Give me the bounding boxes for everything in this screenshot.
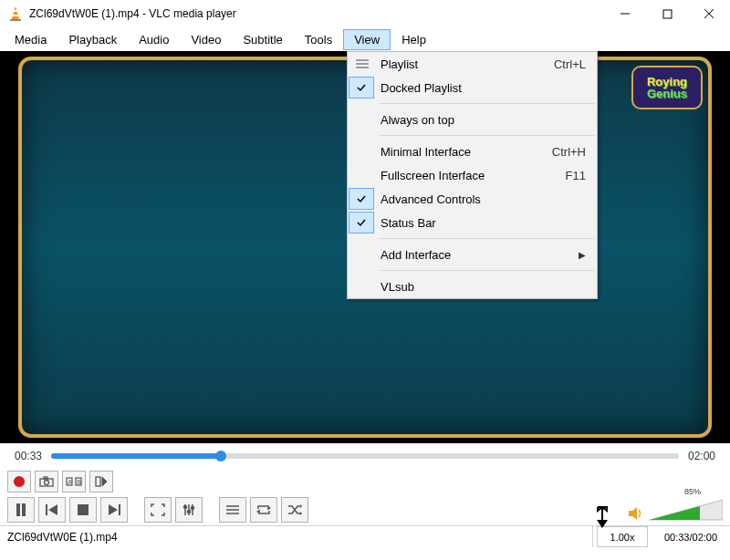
prev-button[interactable] bbox=[38, 497, 66, 523]
menu-media[interactable]: Media bbox=[4, 29, 57, 50]
svg-rect-22 bbox=[46, 504, 47, 515]
watermark-line2: Genius bbox=[647, 88, 687, 99]
menubar: Media Playback Audio Video Subtitle Tool… bbox=[0, 27, 730, 51]
fullscreen-button[interactable] bbox=[144, 497, 172, 523]
svg-rect-2 bbox=[13, 15, 18, 16]
svg-marker-38 bbox=[300, 504, 302, 508]
svg-marker-39 bbox=[300, 512, 302, 515]
menu-separator bbox=[379, 103, 595, 104]
playback-controls: 85% bbox=[0, 494, 730, 525]
svg-marker-23 bbox=[48, 504, 57, 515]
snapshot-button[interactable] bbox=[35, 471, 58, 493]
loop-ab-icon: AB bbox=[66, 476, 82, 487]
menu-item-always-on-top[interactable]: Always on top bbox=[348, 108, 597, 131]
svg-rect-3 bbox=[10, 19, 21, 21]
playback-speed[interactable]: 1.00x bbox=[597, 526, 648, 547]
seek-thumb[interactable] bbox=[215, 451, 226, 461]
total-time[interactable]: 02:00 bbox=[688, 450, 715, 462]
shuffle-icon bbox=[287, 504, 302, 515]
ext-settings-button[interactable] bbox=[175, 497, 203, 523]
svg-marker-19 bbox=[102, 477, 107, 486]
close-button[interactable] bbox=[688, 0, 730, 27]
menu-item-advanced-controls[interactable]: Advanced Controls bbox=[348, 187, 597, 211]
menu-subtitle[interactable]: Subtitle bbox=[232, 29, 293, 50]
playlist-button[interactable] bbox=[219, 497, 246, 523]
pause-icon bbox=[16, 503, 26, 516]
shuffle-button[interactable] bbox=[281, 497, 308, 523]
volume-slider[interactable]: 85% bbox=[650, 498, 723, 522]
svg-rect-21 bbox=[22, 503, 26, 516]
menu-item-add-interface[interactable]: Add Interface ▶ bbox=[348, 243, 597, 266]
playlist-icon bbox=[226, 504, 239, 515]
svg-rect-18 bbox=[96, 477, 100, 486]
video-watermark: Roying Genius bbox=[631, 66, 703, 109]
menu-audio[interactable]: Audio bbox=[128, 29, 180, 50]
loop-icon bbox=[256, 504, 271, 515]
prev-icon bbox=[46, 504, 58, 515]
menu-item-fullscreen-interface[interactable]: Fullscreen Interface F11 bbox=[348, 163, 597, 187]
svg-marker-43 bbox=[597, 520, 608, 528]
menu-view[interactable]: View bbox=[343, 29, 391, 50]
fullscreen-icon bbox=[151, 503, 165, 516]
svg-marker-36 bbox=[268, 506, 271, 510]
record-icon bbox=[14, 476, 25, 487]
status-time[interactable]: 00:33/02:00 bbox=[652, 526, 730, 547]
submenu-arrow-icon: ▶ bbox=[579, 250, 586, 260]
menu-playback[interactable]: Playback bbox=[57, 29, 128, 50]
menu-separator bbox=[379, 270, 595, 271]
titlebar: ZCl69dVtW0E (1).mp4 - VLC media player bbox=[0, 0, 730, 27]
view-dropdown: Playlist Ctrl+L Docked Playlist Always o… bbox=[347, 51, 598, 299]
minimize-button[interactable] bbox=[604, 0, 646, 27]
speaker-icon[interactable] bbox=[628, 505, 644, 522]
check-icon bbox=[349, 77, 374, 99]
svg-rect-20 bbox=[16, 503, 20, 516]
window-title: ZCl69dVtW0E (1).mp4 - VLC media player bbox=[29, 7, 604, 20]
svg-rect-13 bbox=[44, 477, 47, 479]
record-button[interactable] bbox=[7, 471, 31, 493]
next-button[interactable] bbox=[100, 497, 128, 523]
maximize-button[interactable] bbox=[646, 0, 688, 27]
stop-button[interactable] bbox=[69, 497, 97, 523]
svg-rect-5 bbox=[663, 10, 672, 18]
menu-separator bbox=[379, 135, 595, 136]
loop-ab-button[interactable]: AB bbox=[62, 471, 86, 493]
menu-item-minimal-interface[interactable]: Minimal Interface Ctrl+H bbox=[348, 140, 597, 163]
seek-slider[interactable] bbox=[51, 453, 679, 459]
pause-button[interactable] bbox=[7, 497, 35, 523]
svg-text:A: A bbox=[68, 479, 72, 485]
check-icon bbox=[349, 212, 374, 233]
frame-step-button[interactable] bbox=[89, 471, 113, 493]
menu-help[interactable]: Help bbox=[391, 29, 437, 50]
seek-row: 00:33 02:00 bbox=[0, 443, 730, 469]
status-bar: ZCl69dVtW0E (1).mp4 1.00x 00:33/02:00 bbox=[0, 525, 730, 547]
status-filename: ZCl69dVtW0E (1).mp4 bbox=[0, 526, 593, 547]
svg-text:B: B bbox=[77, 479, 81, 485]
stop-icon bbox=[78, 504, 89, 515]
vlc-logo-icon bbox=[7, 5, 24, 22]
elapsed-time[interactable]: 00:33 bbox=[15, 450, 42, 462]
svg-point-12 bbox=[45, 481, 49, 485]
menu-video[interactable]: Video bbox=[180, 29, 232, 50]
svg-rect-24 bbox=[78, 504, 89, 515]
camera-icon bbox=[39, 476, 54, 487]
svg-point-30 bbox=[184, 506, 187, 509]
svg-point-32 bbox=[192, 507, 194, 510]
svg-rect-26 bbox=[119, 504, 120, 515]
menu-tools[interactable]: Tools bbox=[294, 29, 343, 50]
check-icon bbox=[349, 188, 374, 210]
menu-item-docked-playlist[interactable]: Docked Playlist bbox=[348, 76, 597, 99]
svg-marker-40 bbox=[629, 507, 637, 520]
loop-button[interactable] bbox=[250, 497, 277, 523]
menu-item-playlist[interactable]: Playlist Ctrl+L bbox=[348, 52, 597, 76]
menu-item-vlsub[interactable]: VLsub bbox=[348, 275, 597, 298]
equalizer-icon bbox=[182, 503, 195, 516]
svg-rect-1 bbox=[14, 10, 17, 12]
frame-step-icon bbox=[95, 476, 108, 487]
volume-percent: 85% bbox=[684, 487, 701, 496]
annotation-arrow-icon bbox=[593, 505, 611, 529]
advanced-controls: AB bbox=[0, 469, 730, 494]
menu-item-status-bar[interactable]: Status Bar bbox=[348, 211, 597, 234]
svg-point-31 bbox=[188, 511, 191, 513]
next-icon bbox=[108, 504, 120, 515]
svg-marker-37 bbox=[256, 510, 259, 513]
